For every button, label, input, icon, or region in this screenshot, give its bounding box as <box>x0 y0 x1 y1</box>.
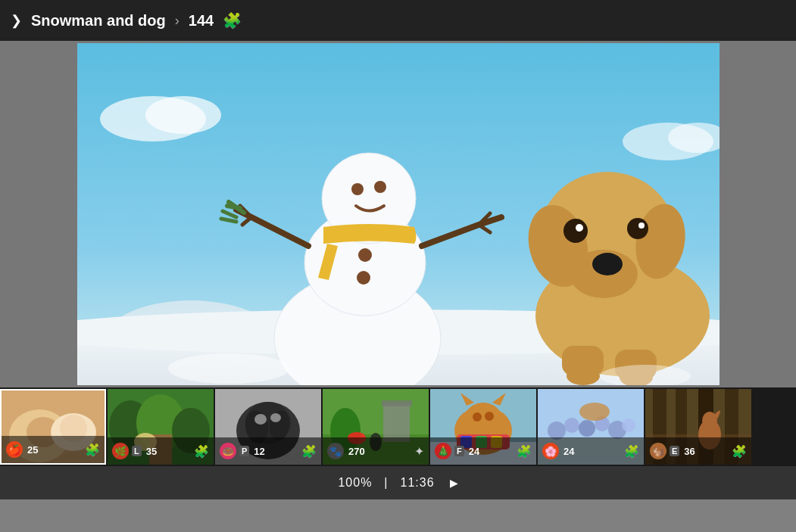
thumb-1-puzzle-icon: 🧩 <box>85 443 100 457</box>
thumbnail-6[interactable]: 🌸 24 🧩 <box>538 389 644 465</box>
thumb-5-overlay: 🎄 F 24 🧩 <box>430 437 536 465</box>
thumb-6-overlay: 🌸 24 🧩 <box>538 437 644 465</box>
thumbnail-strip: 🍎 25 🧩 🌿 L 35 🧩 <box>0 387 796 466</box>
svg-point-21 <box>638 222 645 229</box>
svg-point-63 <box>473 412 482 422</box>
svg-point-19 <box>627 218 648 239</box>
thumb-6-badge: 🌸 <box>542 443 559 459</box>
piece-count: 144 <box>189 12 214 30</box>
puzzle-scene-svg <box>77 43 720 385</box>
thumbnail-3[interactable]: 🍩 P 12 🧩 <box>215 389 321 465</box>
zoom-level: 100% <box>338 476 372 490</box>
back-arrow-icon[interactable]: ❯ <box>11 12 22 29</box>
thumb-2-letter: L <box>132 446 142 456</box>
thumb-4-puzzle-icon: ✦ <box>414 444 424 459</box>
svg-point-77 <box>579 403 610 421</box>
thumb-3-badge: 🍩 <box>220 443 236 459</box>
main-puzzle-image[interactable] <box>77 43 720 385</box>
time-display: 11:36 <box>401 476 435 490</box>
thumbnail-7[interactable]: 🐿️ E 36 🧩 <box>645 389 751 465</box>
svg-point-64 <box>485 412 494 421</box>
thumb-2-overlay: 🌿 L 35 🧩 <box>108 437 214 465</box>
thumb-7-badge: 🐿️ <box>650 443 666 459</box>
thumb-4-overlay: 🐾 270 ✦ <box>323 437 429 465</box>
thumb-7-count: 36 <box>684 446 695 457</box>
play-icon[interactable]: ▶ <box>450 477 458 489</box>
thumb-4-badge: 🐾 <box>327 443 344 459</box>
thumb-3-letter: P <box>239 446 249 456</box>
svg-point-9 <box>374 181 386 193</box>
svg-point-60 <box>464 403 502 436</box>
breadcrumb-separator: › <box>175 13 179 29</box>
thumb-3-puzzle-icon: 🧩 <box>301 444 317 459</box>
svg-point-72 <box>564 418 579 433</box>
status-bar: 100% | 11:36 ▶ <box>0 466 796 499</box>
thumb-2-badge: 🌿 <box>112 443 129 459</box>
thumb-2-puzzle-icon: 🧩 <box>194 444 209 459</box>
puzzle-icon: 🧩 <box>223 11 242 30</box>
svg-point-17 <box>592 253 623 275</box>
thumb-5-count: 24 <box>469 446 479 457</box>
thumb-5-puzzle-icon: 🧩 <box>517 444 532 459</box>
thumb-1-badge: 🍎 <box>6 441 23 458</box>
svg-point-24 <box>567 367 600 385</box>
status-separator: | <box>384 476 388 490</box>
main-image-area <box>0 41 796 387</box>
svg-point-48 <box>254 414 267 425</box>
thumb-5-letter: F <box>454 446 464 456</box>
svg-rect-52 <box>383 404 410 442</box>
thumb-7-overlay: 🐿️ E 36 🧩 <box>645 437 751 465</box>
thumb-6-count: 24 <box>563 446 574 457</box>
thumb-3-count: 12 <box>254 446 264 457</box>
svg-point-29 <box>145 96 221 134</box>
svg-point-18 <box>563 219 588 243</box>
page-title: Snowman and dog <box>31 12 166 30</box>
svg-point-8 <box>351 183 364 195</box>
thumb-1-overlay: 🍎 25 🧩 <box>2 436 105 463</box>
thumb-3-overlay: 🍩 P 12 🧩 <box>215 437 321 465</box>
svg-point-49 <box>270 413 281 422</box>
thumb-1-count: 25 <box>27 444 38 456</box>
thumb-6-puzzle-icon: 🧩 <box>624 444 639 459</box>
header-bar: ❯ Snowman and dog › 144 🧩 <box>0 0 796 41</box>
thumbnail-1[interactable]: 🍎 25 🧩 <box>0 389 106 465</box>
svg-point-76 <box>622 418 635 432</box>
thumbnail-4[interactable]: 🐾 270 ✦ <box>323 389 429 465</box>
thumb-2-count: 35 <box>146 446 157 457</box>
svg-point-11 <box>357 271 370 285</box>
thumb-7-puzzle-icon: 🧩 <box>732 444 747 459</box>
svg-point-73 <box>579 420 595 437</box>
thumbnail-2[interactable]: 🌿 L 35 🧩 <box>108 389 214 465</box>
svg-point-26 <box>168 353 289 384</box>
thumb-7-letter: E <box>670 446 679 456</box>
svg-point-10 <box>358 248 372 262</box>
thumbnail-5[interactable]: 🎄 F 24 🧩 <box>430 389 536 465</box>
thumb-5-badge: 🎄 <box>435 443 451 459</box>
thumb-4-count: 270 <box>348 446 365 457</box>
svg-point-20 <box>576 224 583 232</box>
svg-rect-53 <box>382 400 412 406</box>
